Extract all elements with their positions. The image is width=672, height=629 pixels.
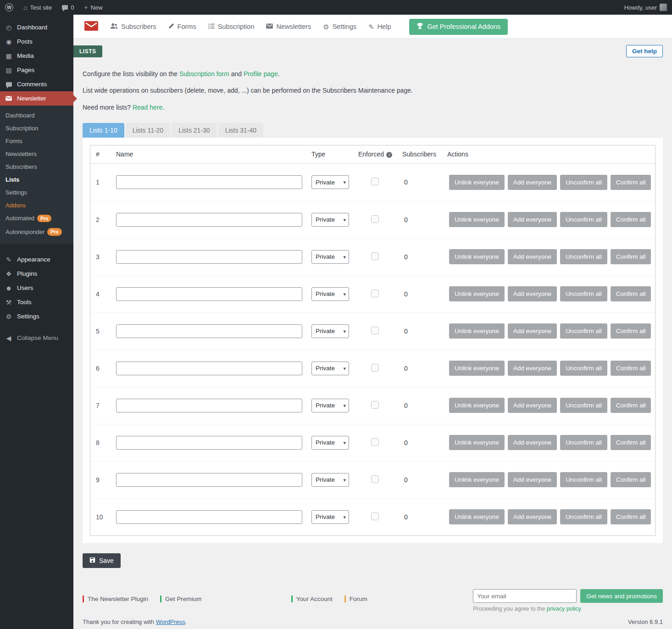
list-type-select[interactable]: Private (311, 510, 349, 524)
unlink-everyone-button[interactable]: Unlink everyone (449, 435, 505, 450)
submenu-dashboard[interactable]: Dashboard (0, 109, 73, 122)
add-everyone-button[interactable]: Add everyone (508, 472, 557, 487)
topnav-help[interactable]: ✎ Help (368, 23, 391, 30)
unconfirm-all-button[interactable]: Unconfirm all (560, 361, 607, 376)
footer-link[interactable]: Forum (344, 596, 367, 602)
tab-lists-31-40[interactable]: Lists 31-40 (218, 123, 263, 138)
sidebar-item-posts[interactable]: ◉ Posts (0, 34, 73, 49)
footer-email-input[interactable] (473, 589, 577, 603)
enforced-checkbox[interactable] (371, 252, 379, 260)
list-name-input[interactable] (116, 510, 302, 524)
list-type-select[interactable]: Private (311, 175, 349, 189)
submenu-subscribers[interactable]: Subscribers (0, 160, 73, 173)
confirm-all-button[interactable]: Confirm all (611, 509, 651, 524)
collapse-menu-button[interactable]: ◀ Collapse Menu (0, 331, 73, 345)
list-name-input[interactable] (116, 213, 302, 227)
sidebar-item-tools[interactable]: ⚒ Tools (0, 295, 73, 309)
confirm-all-button[interactable]: Confirm all (611, 398, 651, 413)
unlink-everyone-button[interactable]: Unlink everyone (449, 398, 505, 413)
list-type-select[interactable]: Private (311, 362, 349, 375)
unlink-everyone-button[interactable]: Unlink everyone (449, 361, 505, 376)
submenu-subscription[interactable]: Subscription (0, 122, 73, 134)
list-type-select[interactable]: Private (311, 213, 349, 227)
topnav-forms[interactable]: Forms (168, 23, 196, 30)
unlink-everyone-button[interactable]: Unlink everyone (449, 323, 505, 339)
save-button[interactable]: Save (83, 553, 121, 568)
list-type-select[interactable]: Private (311, 250, 349, 264)
list-type-select[interactable]: Private (311, 324, 349, 338)
enforced-checkbox[interactable] (371, 215, 379, 223)
enforced-checkbox[interactable] (371, 327, 379, 334)
topnav-settings[interactable]: ⚙ Settings (323, 23, 356, 30)
tab-lists-21-30[interactable]: Lists 21-30 (172, 123, 217, 138)
footer-link[interactable]: Your Account (291, 596, 333, 602)
subscription-form-link[interactable]: Subscription form (179, 70, 229, 78)
list-type-select[interactable]: Private (311, 399, 349, 412)
add-everyone-button[interactable]: Add everyone (508, 509, 557, 524)
confirm-all-button[interactable]: Confirm all (611, 175, 651, 190)
confirm-all-button[interactable]: Confirm all (611, 323, 651, 339)
list-name-input[interactable] (116, 287, 302, 301)
read-here-link[interactable]: Read here (133, 104, 162, 111)
confirm-all-button[interactable]: Confirm all (611, 472, 651, 487)
topnav-subscription[interactable]: Subscription (208, 23, 255, 30)
wordpress-link[interactable]: WordPress (156, 618, 185, 625)
profile-page-link[interactable]: Profile page (244, 70, 278, 78)
get-professional-addons-button[interactable]: Get Professional Addons (409, 19, 508, 35)
sidebar-item-settings[interactable]: ⚙ Settings (0, 309, 73, 323)
privacy-policy-link[interactable]: privacy policy (547, 606, 581, 612)
unconfirm-all-button[interactable]: Unconfirm all (560, 509, 607, 524)
confirm-all-button[interactable]: Confirm all (611, 249, 651, 264)
enforced-checkbox[interactable] (371, 512, 379, 520)
add-everyone-button[interactable]: Add everyone (508, 435, 557, 450)
sidebar-item-media[interactable]: ▦ Media (0, 49, 73, 63)
topnav-newsletters[interactable]: Newsletters (266, 23, 311, 30)
enforced-checkbox[interactable] (371, 364, 379, 372)
add-everyone-button[interactable]: Add everyone (508, 361, 557, 376)
add-everyone-button[interactable]: Add everyone (508, 175, 557, 190)
sidebar-item-comments[interactable]: Comments (0, 77, 73, 91)
unconfirm-all-button[interactable]: Unconfirm all (560, 398, 607, 413)
sidebar-item-plugins[interactable]: ❖ Plugins (0, 267, 73, 281)
list-name-input[interactable] (116, 362, 302, 375)
comments-link[interactable]: 0 (57, 0, 79, 15)
tab-lists-1-10[interactable]: Lists 1-10 (83, 123, 124, 138)
unlink-everyone-button[interactable]: Unlink everyone (449, 249, 505, 264)
unconfirm-all-button[interactable]: Unconfirm all (560, 286, 607, 301)
footer-link[interactable]: The Newsletter Plugin (83, 596, 148, 602)
footer-subscribe-button[interactable]: Get news and promotions (580, 589, 663, 603)
unconfirm-all-button[interactable]: Unconfirm all (560, 435, 607, 450)
list-type-select[interactable]: Private (311, 473, 349, 487)
submenu-settings[interactable]: Settings (0, 186, 73, 199)
sidebar-item-appearance[interactable]: ✎ Appearance (0, 252, 73, 267)
sidebar-item-newsletter[interactable]: Newsletter (0, 91, 73, 106)
submenu-addons[interactable]: Addons (0, 199, 73, 212)
tab-lists-11-20[interactable]: Lists 11-20 (126, 123, 170, 138)
site-name-link[interactable]: ⌂ Test site (18, 0, 57, 15)
list-name-input[interactable] (116, 250, 302, 264)
unconfirm-all-button[interactable]: Unconfirm all (560, 175, 607, 190)
unlink-everyone-button[interactable]: Unlink everyone (449, 509, 505, 524)
enforced-checkbox[interactable] (371, 289, 379, 297)
footer-link[interactable]: Get Premium (160, 596, 202, 602)
unlink-everyone-button[interactable]: Unlink everyone (449, 175, 505, 190)
newsletter-logo-icon[interactable] (84, 21, 98, 32)
sidebar-item-pages[interactable]: ▤ Pages (0, 63, 73, 77)
add-everyone-button[interactable]: Add everyone (508, 323, 557, 339)
get-help-button[interactable]: Get help (626, 45, 663, 57)
list-name-input[interactable] (116, 436, 302, 450)
howdy-account-menu[interactable]: Howdy, user (619, 0, 672, 15)
list-name-input[interactable] (116, 324, 302, 338)
add-everyone-button[interactable]: Add everyone (508, 249, 557, 264)
submenu-automated[interactable]: Automated Pro (0, 212, 73, 225)
list-name-input[interactable] (116, 473, 302, 487)
list-type-select[interactable]: Private (311, 287, 349, 301)
topnav-subscribers[interactable]: Subscribers (110, 23, 156, 30)
add-everyone-button[interactable]: Add everyone (508, 212, 557, 227)
unconfirm-all-button[interactable]: Unconfirm all (560, 249, 607, 264)
enforced-checkbox[interactable] (371, 475, 379, 483)
confirm-all-button[interactable]: Confirm all (611, 361, 651, 376)
list-type-select[interactable]: Private (311, 436, 349, 450)
unlink-everyone-button[interactable]: Unlink everyone (449, 212, 505, 227)
confirm-all-button[interactable]: Confirm all (611, 435, 651, 450)
